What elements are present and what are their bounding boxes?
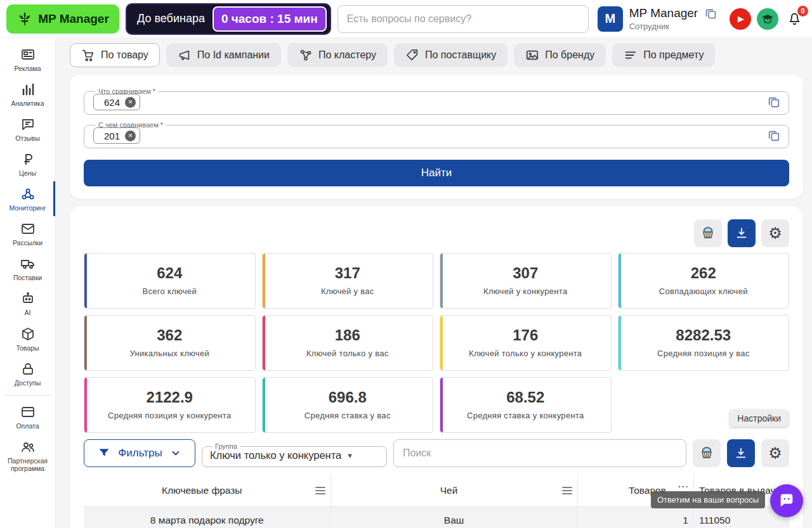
tab-by-supplier[interactable]: По поставщику (394, 43, 508, 67)
stat-avg-position-yours: 8282.53Средняя позиция у вас (618, 315, 790, 371)
sidebar-divider (4, 395, 51, 396)
package-icon (20, 326, 36, 342)
monitoring-icon (20, 186, 36, 202)
select-caret-icon: ▾ (348, 451, 352, 460)
funnel-icon (98, 447, 110, 460)
education-icon[interactable] (757, 8, 778, 30)
mail-icon (20, 221, 36, 236)
sidebar-item-access[interactable]: Доступы (0, 356, 55, 391)
find-button[interactable]: Найти (84, 160, 789, 186)
download-icon (735, 226, 749, 240)
column-header-whose: Чей (336, 485, 562, 496)
sidebar-item-monitoring[interactable]: Мониторинг (0, 181, 55, 216)
chip-remove-icon[interactable]: ✕ (125, 97, 136, 108)
stat-matching-keys: 262Совпадающих ключей (618, 253, 790, 309)
main-content: По товару По Id кампании По кластеру По … (56, 38, 812, 528)
sidebar-item-products[interactable]: Товары (0, 321, 55, 356)
sidebar: Реклама Аналитика Отзывы Цены Мониторинг… (0, 38, 56, 528)
stats-grid: 624Всего ключей 317Ключей у вас 307Ключе… (84, 253, 789, 433)
gear-icon: ⚙ (768, 226, 782, 241)
stat-only-competitor-keys: 176Ключей только у конкурента (440, 315, 612, 371)
cupcake-icon (699, 446, 714, 461)
service-question-input[interactable] (337, 5, 589, 33)
app-logo[interactable]: MP Manager (6, 4, 119, 34)
sidebar-item-partner-program[interactable]: Партнерская программа (0, 434, 55, 477)
more-options-icon[interactable]: ⋯ (678, 483, 688, 491)
sidebar-item-mailings[interactable]: Рассылки (0, 216, 55, 251)
filters-button[interactable]: Фильтры (84, 439, 195, 467)
group-select-value: Ключи только у конкурента (210, 449, 341, 461)
tab-by-subject[interactable]: По предмету (612, 43, 715, 67)
logo-icon (16, 11, 33, 27)
people-icon (20, 439, 36, 454)
tab-by-product[interactable]: По товару (70, 43, 160, 67)
account-name: MP Manager (629, 6, 698, 20)
top-icons: ▶ 0 (730, 8, 806, 30)
cart-icon (81, 48, 95, 62)
webinar-label: До вебинара (137, 12, 205, 25)
list-icon (624, 48, 638, 62)
compare-mode-tabs: По товару По Id кампании По кластеру По … (70, 43, 803, 67)
cupcake-button[interactable] (693, 439, 721, 467)
cluster-icon (299, 48, 313, 62)
stat-competitor-keys: 307Ключей у конкурента (440, 253, 612, 309)
stat-unique-keys: 362Уникальных ключей (84, 315, 256, 371)
sidebar-item-reviews[interactable]: Отзывы (0, 112, 55, 146)
chat-tooltip: Ответим на ваши вопросы (651, 491, 765, 508)
with-compare-field[interactable]: С чем сравниваем * 201 ✕ (84, 121, 789, 148)
cell-whose: Ваш (331, 506, 577, 528)
chat-icon (20, 117, 36, 132)
tab-by-campaign-id[interactable]: По Id кампании (166, 43, 281, 67)
sidebar-item-ads[interactable]: Реклама (0, 42, 55, 77)
webinar-timer: 0 часов : 15 мин (213, 6, 327, 32)
graduation-cap-icon (761, 13, 774, 25)
notifications-badge: 0 (797, 6, 808, 16)
column-header-keywords: Ключевые фразы (89, 485, 315, 496)
notifications-bell-icon[interactable]: 0 (784, 8, 804, 30)
chat-bubble-icon (778, 492, 796, 510)
ads-icon (20, 47, 36, 62)
webinar-banner[interactable]: До вебинара 0 часов : 15 мин (126, 3, 331, 35)
settings-button[interactable]: ⚙ (761, 219, 789, 247)
copy-icon[interactable] (704, 7, 717, 20)
settings-tooltip: Настройки (730, 410, 788, 427)
sidebar-item-prices[interactable]: Цены (0, 146, 55, 181)
stat-only-your-keys: 186Ключей только у вас (262, 315, 434, 371)
stat-avg-bid-competitor: 68.52Средняя ставка у конкурента (440, 377, 612, 433)
stat-total-keys: 624Всего ключей (84, 253, 256, 309)
cell-keyword: 8 марта подарок подруге (84, 506, 331, 528)
table-search-input[interactable] (393, 439, 686, 467)
copy-icon[interactable] (767, 95, 781, 109)
avatar: M (598, 6, 623, 32)
tab-by-brand[interactable]: По бренду (514, 43, 606, 67)
chat-button[interactable] (770, 484, 803, 517)
sidebar-item-analytics[interactable]: Аналитика (0, 77, 55, 112)
download-button[interactable] (728, 219, 756, 247)
copy-icon[interactable] (767, 129, 781, 143)
ruble-icon (20, 151, 36, 167)
column-menu-icon[interactable] (562, 486, 572, 495)
truck-icon (20, 256, 36, 271)
download-button[interactable] (727, 439, 755, 467)
with-compare-chip[interactable]: 201 ✕ (93, 127, 140, 144)
video-channel-icon[interactable]: ▶ (730, 8, 751, 30)
column-menu-icon[interactable] (315, 486, 325, 495)
stat-avg-bid-yours: 696.8Средняя ставка у вас (262, 377, 434, 433)
group-select[interactable]: Группа Ключи только у конкурента ▾ (202, 442, 387, 467)
stat-your-keys: 317Ключей у вас (262, 253, 434, 309)
settings-button[interactable]: ⚙ (761, 439, 789, 467)
cupcake-button[interactable] (694, 219, 722, 247)
what-compare-field[interactable]: Что сравниваем * 624 ✕ (84, 87, 789, 115)
sidebar-item-supplies[interactable]: Поставки (0, 251, 55, 286)
compare-form-card: Что сравниваем * 624 ✕ С чем сравниваем … (70, 75, 803, 199)
what-compare-chip[interactable]: 624 ✕ (93, 94, 140, 110)
tab-by-cluster[interactable]: По кластеру (287, 43, 388, 67)
sidebar-item-payment[interactable]: Оплата (0, 399, 55, 434)
account-menu[interactable]: M MP Manager Сотрудник (598, 6, 717, 32)
chip-remove-icon[interactable]: ✕ (125, 131, 136, 141)
logo-text: MP Manager (38, 12, 109, 26)
cell-products: 1 (577, 506, 693, 528)
sidebar-item-ai[interactable]: AI (0, 286, 55, 321)
tag-icon (405, 48, 419, 62)
lock-icon (20, 361, 36, 377)
